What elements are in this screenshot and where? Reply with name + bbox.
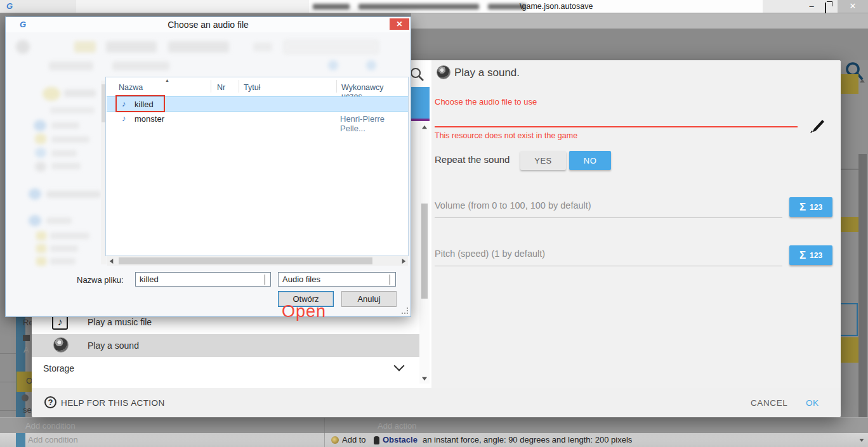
blurred-folder-tree xyxy=(12,81,102,264)
filename-combobox[interactable]: killed xyxy=(135,272,271,287)
file-list: ▲ Nazwa Nr Tytuł Wykonawcy uczes... ♪ ki… xyxy=(105,77,409,256)
action-title: Play a sound. xyxy=(454,67,520,79)
file-dialog-title: Choose an audio file xyxy=(6,17,411,32)
column-divider xyxy=(324,418,325,434)
scrollbar-thumb[interactable] xyxy=(421,204,428,299)
event-separator xyxy=(0,382,16,382)
actions-scrollbar[interactable] xyxy=(419,122,430,384)
hidden-event-text: se xyxy=(23,405,32,415)
column-divider[interactable] xyxy=(239,80,239,93)
action-item-label: Play a sound xyxy=(88,340,139,351)
selected-category-tab[interactable] xyxy=(411,87,430,119)
volume-label: Volume (from 0 to 100, 100 by default) xyxy=(435,200,591,211)
file-artists: Henri-Pierre Pelle... xyxy=(340,114,408,133)
event-action-text: an instant force, angle: 90 degrees and … xyxy=(423,433,632,447)
file-name: monster xyxy=(135,114,164,124)
event-action-prefix: Add to xyxy=(342,433,366,447)
obstacle-icon xyxy=(374,436,379,444)
titlebar-document-area: \game.json.autosave xyxy=(309,0,763,13)
file-row-monster[interactable]: ♪ monster Henri-Pierre Pelle... xyxy=(107,112,408,127)
brush-icon[interactable] xyxy=(810,119,825,135)
column-divider[interactable] xyxy=(211,80,211,93)
scroll-right-icon[interactable] xyxy=(402,259,406,264)
column-header-title[interactable]: Tytuł xyxy=(244,83,260,92)
sigma-icon: Σ xyxy=(799,249,806,262)
event-block xyxy=(841,337,858,363)
event-action-object: Obstacle xyxy=(383,433,418,447)
audio-file-param-label: Choose the audio file to use xyxy=(435,97,537,107)
event-indent-bar xyxy=(16,433,25,447)
scroll-down-icon[interactable] xyxy=(860,439,864,442)
cancel-button[interactable]: CANCEL xyxy=(751,398,787,408)
chevron-down-icon xyxy=(384,275,395,284)
pitch-input[interactable] xyxy=(435,266,782,266)
event-separator xyxy=(841,169,858,170)
sort-ascending-icon: ▲ xyxy=(165,78,169,82)
action-parameters-panel: Play a sound. Choose the audio file to u… xyxy=(431,60,841,388)
dialog-bottom-bar: ? HELP FOR THIS ACTION CANCEL OK xyxy=(32,388,841,417)
hidden-action-icon xyxy=(22,394,29,401)
force-icon xyxy=(331,436,339,444)
blurred-project-path xyxy=(313,0,526,13)
filename-value: killed xyxy=(136,275,259,284)
selected-event-outline xyxy=(839,303,858,336)
file-dialog-close-button[interactable]: ✕ xyxy=(390,18,409,30)
scrollbar-thumb[interactable] xyxy=(119,257,372,264)
event-separator xyxy=(0,353,16,354)
cancel-button-file-dialog[interactable]: Anuluj xyxy=(341,291,397,307)
scroll-left-icon[interactable] xyxy=(110,259,114,264)
storage-section-header[interactable]: Storage xyxy=(32,358,419,380)
pitch-label: Pitch (speed) (1 by default) xyxy=(435,249,545,259)
action-item-play-sound[interactable]: Play a sound xyxy=(32,334,419,357)
dimmed-tab-strip xyxy=(411,13,868,29)
screen: G \game.json.autosave – ✕ xyxy=(0,0,868,447)
event-separator xyxy=(0,410,16,411)
events-toolbar xyxy=(411,29,868,60)
scroll-down-icon[interactable] xyxy=(422,377,427,381)
add-condition-link[interactable]: Add condition xyxy=(25,418,76,434)
event-row: Add condition Add action xyxy=(0,417,868,433)
volume-expression-button[interactable]: Σ 123 xyxy=(789,197,832,217)
repeat-sound-label: Repeat the sound xyxy=(435,154,510,165)
scroll-up-icon[interactable] xyxy=(860,79,865,83)
event-row: Add condition Add to Obstacle an instant… xyxy=(0,433,868,447)
audio-file-input[interactable] xyxy=(435,126,798,127)
column-header-name[interactable]: Nazwa xyxy=(119,83,143,92)
file-list-hscrollbar[interactable] xyxy=(107,256,408,266)
filetype-combobox[interactable]: Audio files xyxy=(278,272,396,287)
pitch-expression-button[interactable]: Σ 123 xyxy=(789,245,832,265)
column-divider[interactable] xyxy=(336,80,337,93)
window-title: \game.json.autosave xyxy=(520,0,593,13)
filename-label: Nazwa pliku: xyxy=(77,275,124,285)
minimize-button[interactable]: – xyxy=(805,0,819,13)
events-scrollbar[interactable] xyxy=(858,154,867,447)
resource-error-text: This resource does not exist in the game xyxy=(435,131,577,140)
add-condition-link[interactable]: Add condition xyxy=(28,433,78,447)
repeat-yes-button[interactable]: YES xyxy=(520,151,566,170)
help-link[interactable]: HELP FOR THIS ACTION xyxy=(61,398,165,408)
blurred-navigation-bar xyxy=(11,36,407,75)
filetype-value: Audio files xyxy=(279,275,384,284)
chevron-down-icon xyxy=(259,275,270,284)
resize-grip-icon[interactable] xyxy=(402,308,408,314)
audio-file-icon: ♪ xyxy=(122,113,126,123)
repeat-no-button[interactable]: NO xyxy=(569,151,611,170)
chevron-down-icon xyxy=(394,361,405,372)
scroll-up-icon[interactable] xyxy=(422,126,427,129)
event-block xyxy=(841,74,858,94)
ok-button[interactable]: OK xyxy=(806,398,819,408)
column-divider xyxy=(324,433,325,447)
search-actions-icon[interactable] xyxy=(409,67,424,82)
volume-input[interactable] xyxy=(435,217,782,218)
gdevelop-logo-icon: G xyxy=(6,1,13,11)
column-header-nr[interactable]: Nr xyxy=(217,83,225,92)
close-button[interactable]: ✕ xyxy=(838,0,868,13)
hidden-event-text: A xyxy=(23,345,29,354)
window-titlebar: G \game.json.autosave – ✕ xyxy=(0,0,868,13)
section-label: Storage xyxy=(43,363,74,373)
annotation-open-label: Open xyxy=(282,302,326,321)
add-action-link[interactable]: Add action xyxy=(378,418,416,434)
category-tab-underline xyxy=(411,119,430,121)
speaker-icon xyxy=(53,337,69,353)
titlebar-segment xyxy=(76,0,309,13)
